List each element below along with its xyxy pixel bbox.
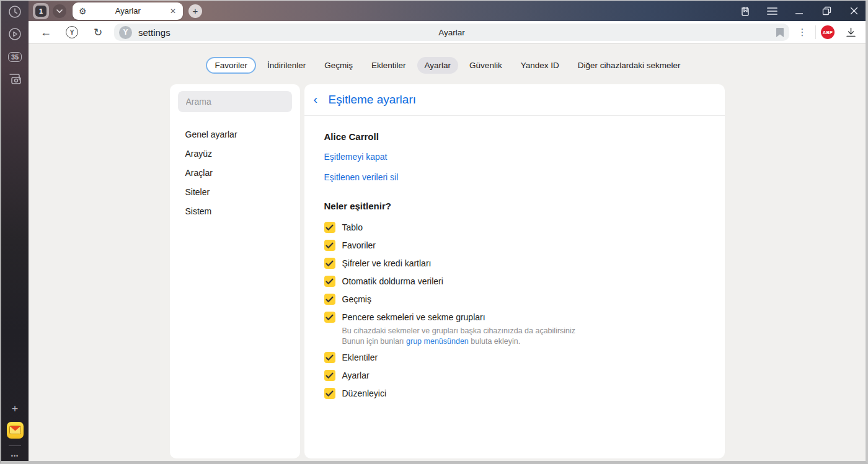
- sync-settings-body: Alice Carroll Eşitlemeyi kapat Eşitlenen…: [304, 116, 725, 406]
- tab-count-label: 35: [8, 52, 22, 62]
- sync-row-eklentiler: Eklentiler: [324, 352, 705, 363]
- tab-count-badge[interactable]: 35: [1, 49, 29, 65]
- sync-row-pencere-sekmeleri: Pencere sekmeleri ve sekme grupları: [324, 312, 705, 323]
- settings-sidebar: Genel ayarlar Arayüz Araçlar Siteler Sis…: [170, 84, 300, 458]
- page-title[interactable]: Eşitleme ayarları: [329, 93, 417, 107]
- delete-synced-data-link[interactable]: Eşitlenen verileri sil: [324, 172, 399, 182]
- back-button[interactable]: ←: [36, 26, 56, 39]
- downloads-icon[interactable]: [843, 27, 858, 38]
- settings-nav-tabs: Favoriler İndirilenler Geçmiş Eklentiler…: [29, 45, 866, 74]
- tab-close-icon[interactable]: ✕: [169, 7, 177, 15]
- close-window-icon[interactable]: [848, 6, 859, 17]
- checkbox-sifreler[interactable]: [324, 258, 335, 269]
- sidebar-item-sistem[interactable]: Sistem: [178, 202, 292, 221]
- disable-sync-link[interactable]: Eşitlemeyi kapat: [324, 152, 388, 162]
- sync-settings-header: ‹ Eşitleme ayarları: [304, 84, 725, 116]
- new-tab-button[interactable]: +: [188, 4, 202, 18]
- address-page-title: Ayarlar: [114, 28, 789, 37]
- reload-button[interactable]: ↻: [88, 26, 108, 39]
- tab-favoriler[interactable]: Favoriler: [206, 57, 256, 74]
- settings-gear-icon: ⚙: [79, 7, 87, 15]
- checkbox-favoriler[interactable]: [324, 240, 335, 251]
- back-arrow-glyph: ←: [40, 26, 51, 39]
- settings-page: Favoriler İndirilenler Geçmiş Eklentiler…: [29, 45, 866, 461]
- settings-panels: Genel ayarlar Arayüz Araçlar Siteler Sis…: [29, 84, 866, 458]
- reload-glyph: ↻: [94, 26, 102, 39]
- sync-label: Düzenleyici: [342, 388, 387, 398]
- sidebar-add-icon[interactable]: +: [1, 401, 29, 417]
- menu-icon[interactable]: [766, 6, 777, 17]
- sync-label: Favoriler: [342, 240, 376, 250]
- tab-yandex-id[interactable]: Yandex ID: [513, 57, 567, 74]
- tab-diger-cihazlar[interactable]: Diğer cihazlardaki sekmeler: [570, 57, 688, 74]
- toolbar-right: ⋮ ABP: [794, 25, 858, 39]
- tab-strip: 1 ⚙ Ayarlar ✕ +: [29, 1, 866, 21]
- settings-search-input[interactable]: [178, 91, 292, 112]
- checkbox-gecmis[interactable]: [324, 294, 335, 305]
- mail-envelope-icon: [7, 422, 24, 439]
- checkbox-duzenleyici[interactable]: [324, 388, 335, 399]
- sync-row-description: Bu cihazdaki sekmeler ve grupları başka …: [342, 326, 705, 347]
- yandex-mail-icon[interactable]: [1, 422, 29, 438]
- sync-row-tablo: Tablo: [324, 222, 705, 233]
- rail-more-icon[interactable]: •••: [1, 448, 29, 464]
- tab-group-button[interactable]: 1: [33, 3, 49, 19]
- adblock-extension-icon[interactable]: ABP: [821, 25, 835, 39]
- yandex-home-button[interactable]: Y: [62, 26, 82, 38]
- account-name: Alice Carroll: [324, 131, 705, 142]
- sync-section-title: Neler eşitlenir?: [324, 201, 705, 211]
- restore-icon[interactable]: [821, 6, 832, 17]
- sync-label: Geçmiş: [342, 294, 371, 304]
- screenshot-icon[interactable]: [1, 71, 29, 87]
- sync-label: Ayarlar: [342, 370, 370, 380]
- sync-row-sifreler: Şifreler ve kredi kartları: [324, 258, 705, 269]
- sidebar-item-arayuz[interactable]: Arayüz: [178, 144, 292, 163]
- tab-ayarlar[interactable]: Ayarlar: [417, 57, 459, 74]
- bookmark-flag-icon[interactable]: [776, 27, 784, 38]
- checkbox-eklentiler[interactable]: [324, 352, 335, 363]
- checkbox-otomatik-doldurma[interactable]: [324, 276, 335, 287]
- tab-indirilenler[interactable]: İndirilenler: [260, 57, 313, 74]
- sync-row-otomatik-doldurma: Otomatik doldurma verileri: [324, 276, 705, 287]
- active-tab[interactable]: ⚙ Ayarlar ✕: [73, 2, 183, 20]
- page-favicon: Y: [119, 26, 132, 39]
- tab-gecmis[interactable]: Geçmiş: [317, 57, 360, 74]
- sync-row-favoriler: Favoriler: [324, 240, 705, 251]
- new-tab-plus-glyph: +: [193, 6, 198, 16]
- settings-nav-list: Genel ayarlar Arayüz Araçlar Siteler Sis…: [178, 125, 292, 221]
- sidebar-item-araclar[interactable]: Araçlar: [178, 164, 292, 182]
- checkbox-pencere-sekmeleri[interactable]: [324, 312, 335, 323]
- address-bar[interactable]: Y settings Ayarlar: [114, 24, 789, 41]
- url-text: settings: [138, 27, 170, 38]
- browser-toolbar: ← Y ↻ Y settings Ayarlar ⋮ ABP: [29, 21, 866, 44]
- browser-side-rail: 35 + •••: [1, 1, 29, 461]
- description-line2-prefix: Bunun için bunları: [342, 337, 407, 346]
- rail-divider: [9, 445, 21, 446]
- sidebar-item-siteler[interactable]: Siteler: [178, 183, 292, 201]
- description-line2-suffix: buluta ekleyin.: [469, 337, 520, 346]
- play-sidebar-icon[interactable]: [1, 26, 29, 42]
- checkbox-tablo[interactable]: [324, 222, 335, 233]
- tab-group-chevron-icon[interactable]: [53, 4, 66, 18]
- group-menu-link[interactable]: grup menüsünden: [406, 337, 469, 346]
- toolbar-more-icon[interactable]: ⋮: [794, 27, 810, 38]
- sync-label: Tablo: [342, 222, 363, 232]
- browser-window: 35 + ••• 1: [0, 0, 868, 464]
- tab-eklentiler[interactable]: Eklentiler: [364, 57, 414, 74]
- back-chevron-icon[interactable]: ‹: [314, 93, 325, 107]
- sidebar-item-genel-ayarlar[interactable]: Genel ayarlar: [178, 125, 292, 144]
- tab-guvenlik[interactable]: Güvenlik: [462, 57, 510, 74]
- sync-row-gecmis: Geçmiş: [324, 294, 705, 305]
- history-clock-icon[interactable]: [1, 4, 29, 20]
- tab-group-count: 1: [35, 6, 46, 17]
- sync-label: Şifreler ve kredi kartları: [342, 258, 432, 268]
- sync-label: Pencere sekmeleri ve sekme grupları: [342, 312, 485, 322]
- minimize-icon[interactable]: [794, 6, 805, 17]
- sync-settings-panel: ‹ Eşitleme ayarları Alice Carroll Eşitle…: [304, 84, 725, 458]
- toolbar-separator: [815, 25, 816, 39]
- description-line1: Bu cihazdaki sekmeler ve grupları başka …: [342, 326, 576, 335]
- dots-glyph: •••: [11, 453, 19, 459]
- panels-icon[interactable]: [739, 6, 750, 17]
- sync-row-duzenleyici: Düzenleyici: [324, 388, 705, 399]
- checkbox-ayarlar[interactable]: [324, 370, 335, 381]
